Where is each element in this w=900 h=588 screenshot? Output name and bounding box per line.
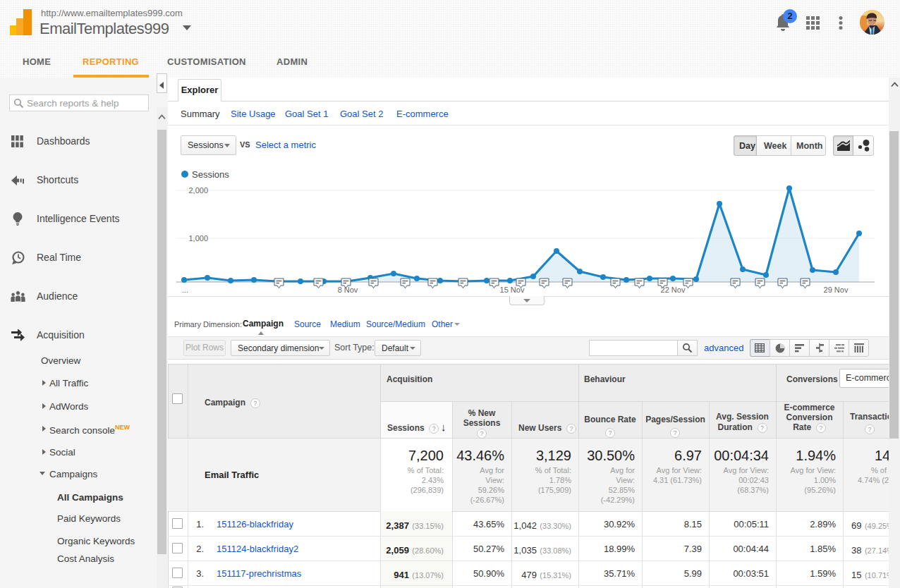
svg-text:...: ... (182, 286, 188, 294)
svg-text:2,000: 2,000 (188, 186, 208, 195)
svg-text:29 Nov: 29 Nov (824, 286, 849, 294)
svg-text:1,000: 1,000 (188, 234, 208, 243)
svg-text:8 Nov: 8 Nov (338, 286, 358, 294)
svg-text:22 Nov: 22 Nov (661, 286, 686, 294)
svg-text:Sessions: Sessions (192, 169, 229, 180)
